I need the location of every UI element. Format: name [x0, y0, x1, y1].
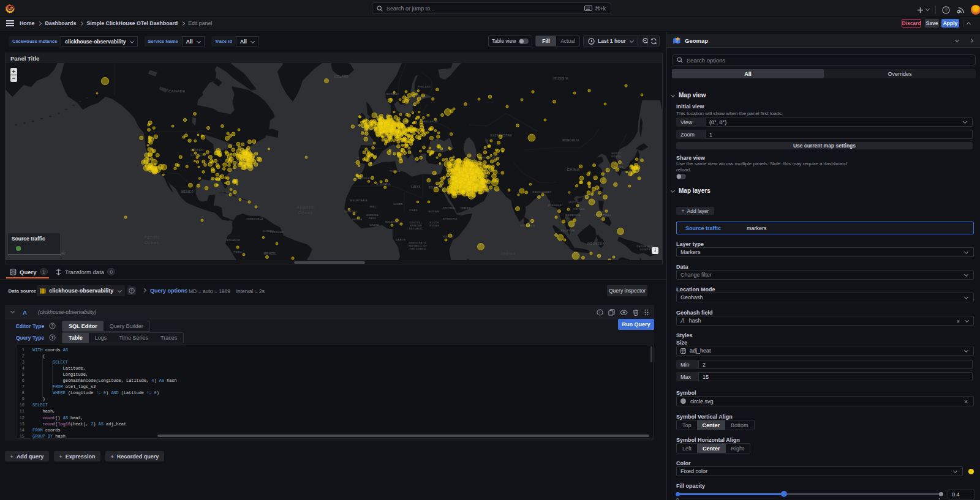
- svg-text:FASO: FASO: [369, 217, 376, 220]
- svg-text:SUDAN: SUDAN: [429, 224, 439, 227]
- svg-text:Pacific: Pacific: [144, 235, 160, 239]
- svg-text:MEXICO: MEXICO: [181, 190, 194, 193]
- svg-text:VENEZUELA: VENEZUELA: [246, 217, 263, 220]
- svg-text:ALGERIA: ALGERIA: [376, 183, 391, 186]
- svg-text:SENEGAL: SENEGAL: [344, 210, 358, 213]
- svg-text:ICELAND: ICELAND: [334, 75, 349, 78]
- svg-text:CHAD: CHAD: [409, 209, 418, 212]
- svg-text:YEMEN: YEMEN: [460, 206, 470, 209]
- svg-text:BRAZIL: BRAZIL: [263, 252, 277, 255]
- svg-text:ERITREA: ERITREA: [443, 206, 455, 209]
- svg-text:Indian: Indian: [501, 252, 516, 256]
- svg-text:CAMBODIA: CAMBODIA: [566, 214, 581, 217]
- svg-text:VIETNAM: VIETNAM: [573, 207, 585, 211]
- svg-text:FINLAND: FINLAND: [418, 85, 431, 88]
- svg-text:INDONESIA: INDONESIA: [587, 242, 605, 245]
- svg-text:PERU: PERU: [233, 250, 242, 253]
- svg-text:RUSSIA: RUSSIA: [554, 76, 569, 80]
- svg-text:GUINEA: GUINEA: [639, 248, 650, 251]
- svg-text:LAOS: LAOS: [568, 200, 576, 203]
- svg-text:NIGER: NIGER: [393, 203, 403, 206]
- svg-text:GABON: GABON: [396, 238, 405, 241]
- svg-text:SUDAN: SUDAN: [428, 210, 439, 213]
- svg-text:BANGLADESH: BANGLADESH: [533, 190, 552, 193]
- svg-text:CUBA: CUBA: [222, 191, 230, 194]
- svg-text:?: ?: [51, 335, 53, 340]
- svg-text:CHINA: CHINA: [567, 168, 580, 171]
- svg-text:MONGOLIA: MONGOLIA: [562, 139, 579, 142]
- svg-text:Ocean: Ocean: [145, 241, 159, 245]
- svg-text:LIBYA: LIBYA: [411, 185, 421, 188]
- svg-text:MALI: MALI: [370, 205, 377, 208]
- svg-text:Atlantic: Atlantic: [296, 205, 314, 209]
- svg-text:ETHIOPIA: ETHIOPIA: [443, 217, 458, 220]
- svg-text:REPUBLIC: REPUBLIC: [409, 227, 423, 230]
- svg-text:GUYANA: GUYANA: [263, 229, 274, 233]
- svg-text:CANADA: CANADA: [168, 89, 186, 93]
- svg-text:MYANMAR: MYANMAR: [548, 204, 562, 207]
- svg-text:?: ?: [944, 7, 948, 13]
- svg-text:KOREA: KOREA: [611, 155, 621, 158]
- svg-text:THE CONGO: THE CONGO: [410, 247, 426, 250]
- svg-text:ECUADOR: ECUADOR: [227, 239, 240, 242]
- svg-text:NORWAY: NORWAY: [386, 92, 399, 95]
- svg-text:GHANA: GHANA: [369, 223, 379, 226]
- svg-text:?: ?: [51, 324, 53, 329]
- svg-text:Ocean: Ocean: [298, 211, 313, 215]
- svg-text:MALAYSIA: MALAYSIA: [560, 229, 575, 232]
- svg-text:MAURITANIA: MAURITANIA: [350, 199, 368, 202]
